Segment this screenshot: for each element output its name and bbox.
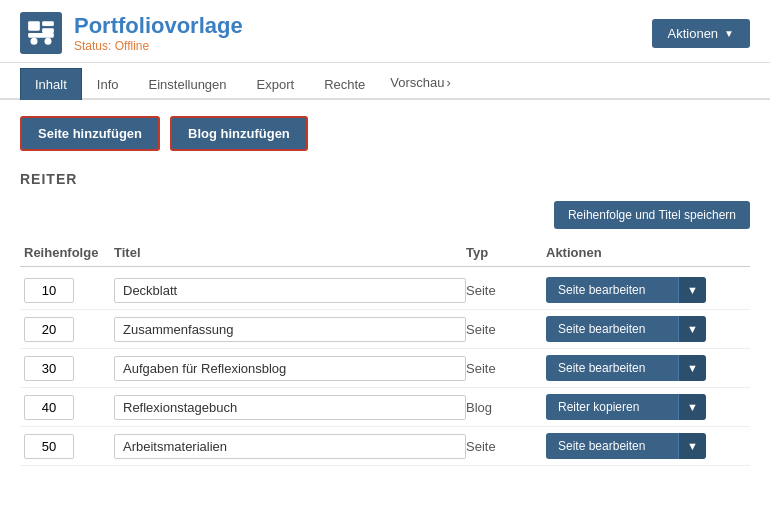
page-title: Portfoliovorlage xyxy=(74,13,243,39)
tab-inhalt[interactable]: Inhalt xyxy=(20,68,82,100)
action-main-button[interactable]: Seite bearbeiten xyxy=(546,433,678,459)
title-input[interactable] xyxy=(114,395,466,420)
action-main-button[interactable]: Seite bearbeiten xyxy=(546,277,678,303)
order-input[interactable] xyxy=(24,356,74,381)
action-dropdown-button[interactable]: ▼ xyxy=(678,277,706,303)
action-cell: Reiter kopieren ▼ xyxy=(546,394,746,420)
action-cell: Seite bearbeiten ▼ xyxy=(546,355,746,381)
action-dropdown-button[interactable]: ▼ xyxy=(678,355,706,381)
tab-vorschau[interactable]: Vorschau › xyxy=(380,67,461,98)
svg-rect-2 xyxy=(42,28,54,33)
table-row: Seite Seite bearbeiten ▼ xyxy=(20,271,750,310)
type-cell: Seite xyxy=(466,361,546,376)
aktionen-label: Aktionen xyxy=(668,26,719,41)
order-input[interactable] xyxy=(24,278,74,303)
order-input[interactable] xyxy=(24,434,74,459)
action-buttons-row: Seite hinzufügen Blog hinzufügen xyxy=(20,116,750,151)
tabs-bar: Inhalt Info Einstellungen Export Rechte … xyxy=(0,67,770,100)
type-cell: Blog xyxy=(466,400,546,415)
add-page-button[interactable]: Seite hinzufügen xyxy=(20,116,160,151)
header-title-block: Portfoliovorlage Status: Offline xyxy=(74,13,243,53)
order-cell xyxy=(24,434,114,459)
svg-point-4 xyxy=(31,38,38,45)
add-blog-button[interactable]: Blog hinzufügen xyxy=(170,116,308,151)
order-input[interactable] xyxy=(24,395,74,420)
action-dropdown-button[interactable]: ▼ xyxy=(678,433,706,459)
aktionen-button[interactable]: Aktionen ▼ xyxy=(652,19,751,48)
table-row: Seite Seite bearbeiten ▼ xyxy=(20,310,750,349)
title-input[interactable] xyxy=(114,434,466,459)
svg-rect-0 xyxy=(28,21,40,30)
split-button: Seite bearbeiten ▼ xyxy=(546,316,706,342)
title-cell xyxy=(114,317,466,342)
tab-info[interactable]: Info xyxy=(82,68,134,100)
order-cell xyxy=(24,395,114,420)
reiter-section-title: REITER xyxy=(20,171,750,187)
svg-rect-1 xyxy=(42,21,54,26)
order-input[interactable] xyxy=(24,317,74,342)
tab-export[interactable]: Export xyxy=(242,68,310,100)
type-cell: Seite xyxy=(466,439,546,454)
action-main-button[interactable]: Reiter kopieren xyxy=(546,394,678,420)
col-title: Titel xyxy=(114,245,466,260)
order-cell xyxy=(24,278,114,303)
split-button: Reiter kopieren ▼ xyxy=(546,394,706,420)
header-left: Portfoliovorlage Status: Offline xyxy=(20,12,243,54)
split-button: Seite bearbeiten ▼ xyxy=(546,433,706,459)
header: Portfoliovorlage Status: Offline Aktione… xyxy=(0,0,770,63)
tab-rechte[interactable]: Rechte xyxy=(309,68,380,100)
svg-point-5 xyxy=(45,38,52,45)
table-row: Seite Seite bearbeiten ▼ xyxy=(20,349,750,388)
order-cell xyxy=(24,356,114,381)
title-input[interactable] xyxy=(114,317,466,342)
title-cell xyxy=(114,395,466,420)
action-main-button[interactable]: Seite bearbeiten xyxy=(546,316,678,342)
save-row: Reihenfolge und Titel speichern xyxy=(20,201,750,229)
split-button: Seite bearbeiten ▼ xyxy=(546,277,706,303)
title-cell xyxy=(114,434,466,459)
title-input[interactable] xyxy=(114,278,466,303)
main-content: Seite hinzufügen Blog hinzufügen REITER … xyxy=(0,100,770,482)
col-order: Reihenfolge xyxy=(24,245,114,260)
table-body: Seite Seite bearbeiten ▼ Seite Seite bea… xyxy=(20,271,750,466)
title-input[interactable] xyxy=(114,356,466,381)
status-badge: Status: Offline xyxy=(74,39,243,53)
action-cell: Seite bearbeiten ▼ xyxy=(546,316,746,342)
type-cell: Seite xyxy=(466,283,546,298)
table-header: Reihenfolge Titel Typ Aktionen xyxy=(20,239,750,267)
save-order-button[interactable]: Reihenfolge und Titel speichern xyxy=(554,201,750,229)
table-row: Blog Reiter kopieren ▼ xyxy=(20,388,750,427)
title-cell xyxy=(114,356,466,381)
split-button: Seite bearbeiten ▼ xyxy=(546,355,706,381)
action-cell: Seite bearbeiten ▼ xyxy=(546,433,746,459)
action-dropdown-button[interactable]: ▼ xyxy=(678,394,706,420)
col-type: Typ xyxy=(466,245,546,260)
tab-einstellungen[interactable]: Einstellungen xyxy=(134,68,242,100)
order-cell xyxy=(24,317,114,342)
action-dropdown-button[interactable]: ▼ xyxy=(678,316,706,342)
chevron-down-icon: ▼ xyxy=(724,28,734,39)
svg-rect-3 xyxy=(28,33,54,38)
col-actions: Aktionen xyxy=(546,245,746,260)
action-main-button[interactable]: Seite bearbeiten xyxy=(546,355,678,381)
type-cell: Seite xyxy=(466,322,546,337)
table-row: Seite Seite bearbeiten ▼ xyxy=(20,427,750,466)
avatar-icon xyxy=(20,12,62,54)
title-cell xyxy=(114,278,466,303)
chevron-right-icon: › xyxy=(447,75,451,90)
action-cell: Seite bearbeiten ▼ xyxy=(546,277,746,303)
